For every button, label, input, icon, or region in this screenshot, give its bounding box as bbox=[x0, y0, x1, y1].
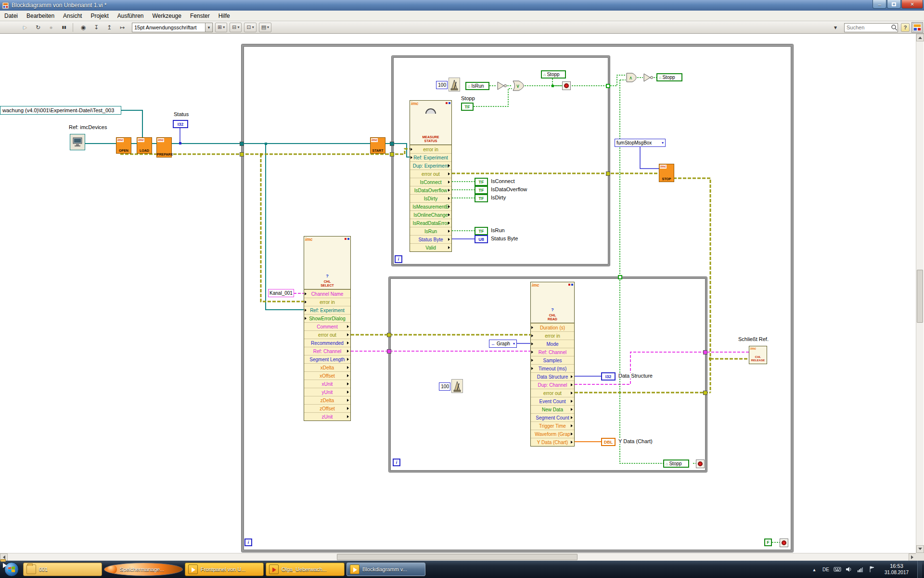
property-row[interactable]: IsRun bbox=[410, 227, 451, 235]
show-desktop-button[interactable] bbox=[917, 561, 922, 578]
vertical-scrollbar[interactable] bbox=[916, 34, 924, 553]
tunnel[interactable] bbox=[240, 152, 244, 157]
font-selector[interactable]: 15pt Anwendungsschriftart ▾ bbox=[132, 23, 213, 32]
iteration-terminal-lower[interactable]: i bbox=[393, 459, 400, 466]
loop-condition-upper[interactable] bbox=[562, 81, 571, 90]
menu-item[interactable]: Projekt bbox=[86, 11, 113, 21]
highlight-execution-button[interactable]: ◉ bbox=[77, 23, 89, 32]
false-constant[interactable]: F bbox=[764, 539, 772, 546]
property-row[interactable]: Y Data (Chart) bbox=[531, 438, 574, 446]
stop-node[interactable]: imcSTOP bbox=[659, 164, 674, 182]
property-row[interactable]: Dup: Experiment bbox=[410, 161, 451, 170]
taskbar-button[interactable]: Frontpanel von U... bbox=[185, 563, 264, 576]
menu-item[interactable]: Fenster bbox=[186, 11, 214, 21]
open-node[interactable]: imcOPEN bbox=[116, 137, 131, 154]
taskbar-button[interactable]: 001 bbox=[23, 563, 102, 576]
horizontal-scroll-thumb[interactable] bbox=[337, 554, 578, 560]
property-row[interactable]: Segment Length bbox=[304, 355, 350, 363]
graph-ring-constant[interactable]: ↔Graph▾ bbox=[489, 340, 517, 348]
resize-objects-button[interactable]: ⊡▾ bbox=[244, 23, 256, 32]
run-button[interactable]: ► bbox=[19, 23, 31, 32]
property-row[interactable]: Samples bbox=[531, 356, 574, 364]
not-gate[interactable] bbox=[497, 81, 507, 91]
prepare-node[interactable]: imcPREPARE bbox=[156, 137, 172, 158]
scroll-down-button[interactable] bbox=[916, 545, 924, 553]
tunnel[interactable] bbox=[387, 333, 391, 337]
property-row[interactable]: Status Byte bbox=[410, 235, 451, 243]
taskbar-button[interactable]: Speichermanage... bbox=[104, 563, 183, 576]
loop-condition-lower[interactable] bbox=[696, 460, 705, 468]
property-row[interactable]: zOffset bbox=[304, 404, 350, 412]
property-row[interactable]: error in bbox=[304, 298, 350, 306]
stopp-local-lower[interactable]: ⌂Stopp bbox=[663, 460, 689, 468]
property-row[interactable]: IsConnect bbox=[410, 178, 451, 186]
experiment-path-constant[interactable]: wachung (v4.0)\001\Experiment-Datei\Test… bbox=[0, 106, 121, 115]
property-row[interactable]: Ref: Channel bbox=[304, 347, 350, 355]
property-row[interactable]: Segment Count bbox=[531, 413, 574, 421]
property-row[interactable]: Event Count bbox=[531, 397, 574, 405]
run-continuous-button[interactable]: ↻ bbox=[32, 23, 44, 32]
property-row[interactable]: zUnit bbox=[304, 412, 350, 420]
property-row[interactable]: IsOnlineChange bbox=[410, 210, 451, 219]
vertical-scroll-thumb[interactable] bbox=[917, 270, 923, 323]
property-row[interactable]: Comment bbox=[304, 322, 350, 330]
taskbar-button[interactable]: Olga_Ueberwach... bbox=[266, 563, 345, 576]
scroll-right-button[interactable] bbox=[909, 553, 916, 561]
property-row[interactable]: yUnit bbox=[304, 388, 350, 396]
help-button[interactable]: ? bbox=[901, 23, 910, 32]
hidden-icons-chevron[interactable]: ▴ bbox=[810, 565, 818, 573]
distribute-objects-button[interactable]: ⊟▾ bbox=[230, 23, 242, 32]
menu-item[interactable]: Ansicht bbox=[59, 11, 86, 21]
search-icon[interactable] bbox=[891, 24, 898, 31]
property-row[interactable]: Timeout (ms) bbox=[531, 364, 574, 372]
search-input[interactable] bbox=[845, 25, 891, 30]
tunnel[interactable] bbox=[703, 391, 707, 395]
property-row[interactable]: error out bbox=[304, 330, 350, 339]
reorder-button[interactable]: ▤▾ bbox=[259, 23, 271, 32]
property-row[interactable]: Channel Name bbox=[304, 289, 350, 298]
wait-ms-constant-upper[interactable]: 100 bbox=[436, 81, 448, 89]
volume-icon[interactable] bbox=[845, 565, 853, 573]
ydata-indicator[interactable]: DBL bbox=[601, 438, 616, 446]
property-row[interactable]: Data Structure bbox=[531, 372, 574, 381]
property-row[interactable]: IsMeasurementE bbox=[410, 202, 451, 210]
close-button[interactable]: × bbox=[901, 0, 923, 9]
property-row[interactable]: xUnit bbox=[304, 380, 350, 388]
step-over-button[interactable]: ↥ bbox=[103, 23, 115, 32]
property-row[interactable]: xOffset bbox=[304, 371, 350, 380]
chl-select-node[interactable]: imc ? CHL SELECT Channel Nameerror inRef… bbox=[304, 236, 351, 421]
keyboard-icon[interactable] bbox=[834, 565, 841, 573]
iteration-terminal-upper[interactable]: i bbox=[395, 255, 402, 263]
property-row[interactable]: Valid bbox=[410, 243, 451, 251]
vi-icon[interactable] bbox=[911, 22, 923, 33]
stopp-tf-control[interactable]: TF bbox=[461, 103, 474, 111]
statusbyte-indicator[interactable]: U8 bbox=[475, 235, 488, 243]
property-row[interactable]: Ref: Channel bbox=[531, 348, 574, 356]
taskbar-button[interactable]: Blockdiagramm v... bbox=[346, 563, 425, 576]
menu-item[interactable]: Ausführen bbox=[113, 11, 148, 21]
maximize-button[interactable] bbox=[887, 0, 901, 9]
property-row[interactable]: New Data bbox=[531, 405, 574, 413]
property-row[interactable]: Recommended bbox=[304, 339, 350, 347]
property-row[interactable]: zDelta bbox=[304, 396, 350, 404]
tunnel[interactable] bbox=[240, 142, 244, 146]
msgbox-ring-constant[interactable]: fumStopMsgBox▾ bbox=[615, 139, 666, 147]
isdataoverflow-indicator[interactable]: TF bbox=[475, 186, 488, 194]
iteration-terminal-outer[interactable]: i bbox=[244, 539, 252, 546]
tunnel[interactable] bbox=[606, 84, 610, 88]
and-gate[interactable]: ∧ bbox=[626, 72, 637, 83]
scroll-up-button[interactable] bbox=[916, 34, 924, 41]
font-selector-dropdown[interactable]: ▾ bbox=[205, 23, 212, 32]
menu-item[interactable]: Hilfe bbox=[214, 11, 234, 21]
tunnel[interactable] bbox=[390, 142, 394, 146]
action-center-flag-icon[interactable] bbox=[868, 565, 876, 573]
imcdevices-refnum-icon[interactable] bbox=[70, 134, 85, 150]
minimize-button[interactable]: – bbox=[873, 0, 886, 9]
pause-button[interactable]: ▮▮ bbox=[58, 23, 70, 32]
align-objects-button[interactable]: ⊞▾ bbox=[215, 23, 227, 32]
horizontal-scrollbar[interactable] bbox=[0, 553, 916, 561]
chl-read-node[interactable]: imc ? CHL READ Duration (s)error inModeR… bbox=[530, 282, 575, 447]
measure-status-node[interactable]: imc MEASURE STATUS error inRef: Experime… bbox=[410, 100, 452, 252]
wait-ms-icon[interactable] bbox=[451, 379, 463, 393]
property-row[interactable]: IsDirty bbox=[410, 194, 451, 202]
